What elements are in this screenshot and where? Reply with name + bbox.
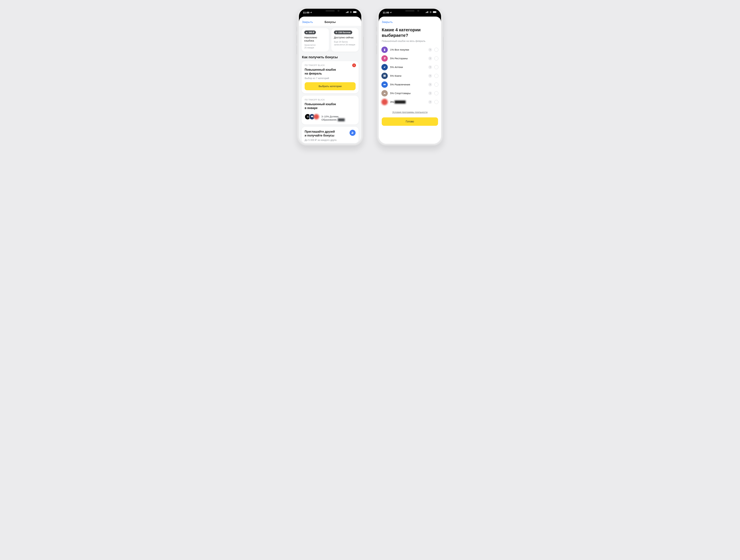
category-row[interactable]: 5% Аптеки? xyxy=(381,63,438,72)
page-title: Какие 4 категории выбираете? xyxy=(381,27,438,38)
svg-rect-14 xyxy=(428,11,428,13)
category-radio[interactable] xyxy=(434,100,438,104)
svg-rect-18 xyxy=(384,66,385,68)
close-button[interactable]: Закрыть xyxy=(302,20,313,24)
category-row[interactable]: 5% Спорттовары? xyxy=(381,89,438,98)
card-description: 3–10% Долями, Образование, ████ xyxy=(321,112,345,121)
category-label: 3% ██████ xyxy=(390,101,426,104)
svg-point-10 xyxy=(352,132,353,133)
category-icon xyxy=(381,64,388,70)
category-row[interactable]: 3% ██████? xyxy=(381,98,438,106)
category-label: 5% Развлечения xyxy=(390,83,426,86)
category-row[interactable]: 5% Развлечения? xyxy=(381,80,438,89)
terms-link[interactable]: Условия программы лояльности xyxy=(392,111,428,114)
svg-rect-13 xyxy=(427,11,428,13)
category-icon xyxy=(381,73,388,79)
svg-rect-1 xyxy=(347,12,347,13)
category-label: 5% Спорттовары xyxy=(390,92,426,95)
category-radio[interactable] xyxy=(434,48,438,52)
location-icon xyxy=(310,12,312,14)
category-icon xyxy=(313,114,319,120)
card-title: Повышенный кэшбэк в январе xyxy=(305,102,356,110)
svg-rect-2 xyxy=(347,11,348,13)
help-icon[interactable]: ? xyxy=(428,74,432,78)
page-subtitle: Повышенный кэшбэк на весь февраль xyxy=(382,40,438,42)
invite-card[interactable]: Приглашайте друзей и получайте бонусы До… xyxy=(302,127,359,143)
category-label: 1% Все покупки xyxy=(390,48,426,51)
category-list: 1% Все покупки?5% Рестораны?5% Аптеки?5%… xyxy=(381,45,438,106)
category-label: 5% Рестораны xyxy=(390,57,426,60)
battery-icon xyxy=(433,11,437,13)
card-subtitle: До 5 000 ₽ за каждого друга xyxy=(305,139,356,141)
svg-rect-5 xyxy=(353,11,356,13)
help-icon[interactable]: ? xyxy=(428,48,432,51)
category-label: 5% Аптеки xyxy=(390,66,426,69)
summary-card-cashback[interactable]: 595 ₽ Накоплено кэшбэка Зачислится 25 ян… xyxy=(302,28,329,51)
battery-icon xyxy=(353,11,357,13)
help-icon[interactable]: ? xyxy=(428,83,432,86)
category-icon xyxy=(381,55,388,62)
phone-left: 11:00 Закрыть Бонусы 595 ₽ На xyxy=(297,7,363,146)
card-title: Повышенный кэшбэк на февраль xyxy=(305,68,356,76)
category-row[interactable]: 5% Книги? xyxy=(381,72,438,80)
location-icon xyxy=(390,12,392,14)
gear-icon xyxy=(335,31,337,33)
status-time: 11:00 xyxy=(383,11,389,14)
category-radio[interactable] xyxy=(434,91,438,95)
help-icon[interactable]: ? xyxy=(428,91,432,95)
notification-badge: 1 xyxy=(352,64,356,67)
card-subtitle: Выбор из 7 категорий xyxy=(305,77,356,80)
nav-bar: Закрыть xyxy=(379,18,441,26)
wifi-icon xyxy=(429,11,432,13)
svg-rect-6 xyxy=(357,12,357,13)
category-radio[interactable] xyxy=(434,57,438,61)
choose-categories-button[interactable]: Выбрать категории xyxy=(305,82,356,90)
help-icon[interactable]: ? xyxy=(428,57,432,60)
category-row[interactable]: 1% Все покупки? xyxy=(381,45,438,54)
summary-badge: 238 баллов xyxy=(338,31,351,34)
svg-rect-16 xyxy=(433,11,436,13)
summary-title: Доступно сейчас xyxy=(334,36,356,39)
category-radio[interactable] xyxy=(434,74,438,78)
wifi-icon xyxy=(349,11,352,13)
summary-card-points[interactable]: 238 баллов Доступно сейчас Еще 24 балла … xyxy=(331,28,359,51)
category-icon xyxy=(381,46,388,53)
category-radio[interactable] xyxy=(434,65,438,69)
svg-point-21 xyxy=(385,84,385,85)
summary-title: Накоплено кэшбэка xyxy=(304,36,326,42)
terms-link-row: Условия программы лояльности xyxy=(381,111,438,114)
current-cashback-card[interactable]: ПО TINKOFF BLACK Повышенный кэшбэк в янв… xyxy=(302,96,359,124)
category-icon xyxy=(381,81,388,88)
invite-icon xyxy=(350,130,356,136)
svg-rect-19 xyxy=(383,84,386,85)
card-title: Приглашайте друзей и получайте бонусы xyxy=(305,130,356,137)
section-title: Как получить бонусы xyxy=(302,55,358,59)
crown-icon xyxy=(306,31,308,33)
promo-card[interactable]: 1 ПО TINKOFF BLACK Повышенный кэшбэк на … xyxy=(302,61,359,93)
svg-rect-17 xyxy=(437,12,437,13)
svg-rect-9 xyxy=(308,116,308,118)
card-eyebrow: ПО TINKOFF BLACK xyxy=(305,64,356,67)
summary-badge: 595 ₽ xyxy=(309,31,314,34)
help-icon[interactable]: ? xyxy=(428,65,432,69)
done-button[interactable]: Готово xyxy=(382,117,438,126)
svg-rect-3 xyxy=(348,11,349,13)
svg-point-20 xyxy=(384,84,384,85)
summary-note: Еще 24 балла зачислится 26 января xyxy=(334,40,356,46)
status-time: 11:00 xyxy=(303,11,309,14)
category-icon xyxy=(381,99,388,105)
card-eyebrow: ПО TINKOFF BLACK xyxy=(305,99,356,101)
category-label: 5% Книги xyxy=(390,74,426,77)
help-icon[interactable]: ? xyxy=(428,100,432,104)
phone-right: 11:00 Закрыть Какие 4 категории выбирает… xyxy=(377,7,443,146)
category-icon xyxy=(381,90,388,97)
svg-rect-8 xyxy=(307,116,308,118)
category-row[interactable]: 5% Рестораны? xyxy=(381,54,438,63)
category-radio[interactable] xyxy=(434,83,438,87)
svg-rect-12 xyxy=(426,12,427,13)
summary-note: Зачислится 25 января xyxy=(304,44,326,49)
close-button[interactable]: Закрыть xyxy=(382,20,393,24)
nav-bar: Закрыть Бонусы xyxy=(299,18,361,26)
